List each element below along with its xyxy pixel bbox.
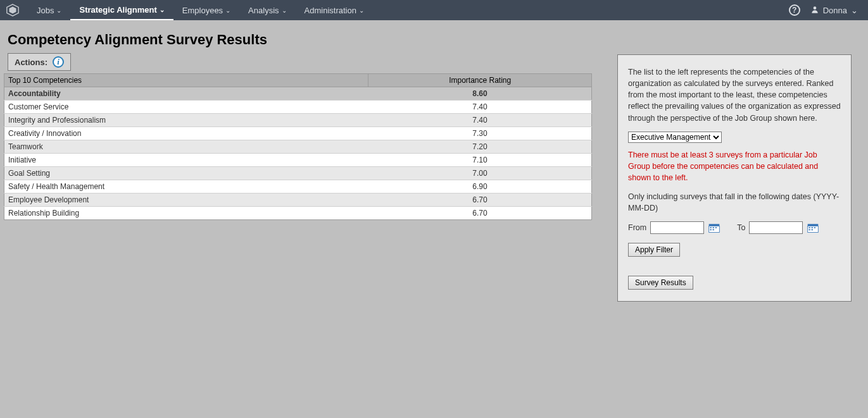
svg-rect-12: [809, 227, 811, 228]
competency-rating: 7.20: [368, 140, 592, 154]
chevron-down-icon: ⌄: [851, 6, 858, 15]
competency-name: Goal Setting: [4, 167, 368, 180]
competency-name: Customer Service: [4, 101, 368, 114]
competency-rating: 6.90: [368, 180, 592, 194]
table-row: Initiative7.10: [4, 154, 592, 167]
table-row: Integrity and Professionalism7.40: [4, 114, 592, 127]
nav-employees[interactable]: Employees ⌄: [173, 0, 239, 20]
svg-rect-7: [715, 227, 717, 228]
user-name: Donna: [823, 6, 847, 15]
nav-employees-label: Employees: [182, 6, 223, 15]
nav-analysis-label: Analysis: [248, 6, 279, 15]
table-row: Goal Setting7.00: [4, 167, 592, 180]
competency-rating: 6.70: [368, 207, 592, 220]
filter-panel: The list to the left represents the comp…: [617, 54, 852, 302]
svg-rect-10: [808, 224, 819, 226]
table-row: Employee Development6.70: [4, 194, 592, 207]
competency-name: Integrity and Professionalism: [4, 114, 368, 127]
competency-rating: 8.60: [368, 87, 592, 101]
chevron-down-icon: ⌄: [56, 7, 61, 14]
competency-rating: 7.10: [368, 154, 592, 167]
competency-rating: 6.70: [368, 194, 592, 207]
col-importance-rating: Importance Rating: [368, 74, 592, 87]
svg-rect-9: [713, 230, 715, 231]
nav-administration-label: Administration: [305, 6, 356, 15]
nav-strategic-alignment-label: Strategic Alignment: [79, 5, 156, 15]
competency-name: Employee Development: [4, 194, 368, 207]
chevron-down-icon: ⌄: [282, 7, 287, 14]
competency-name: Creativity / Innovation: [4, 127, 368, 140]
table-row: Creativity / Innovation7.30: [4, 127, 592, 140]
table-row: Teamwork7.20: [4, 140, 592, 154]
nav-strategic-alignment[interactable]: Strategic Alignment ⌄: [70, 0, 173, 20]
svg-rect-14: [814, 227, 816, 228]
svg-rect-15: [809, 230, 811, 231]
from-label: From: [628, 223, 646, 232]
svg-rect-3: [709, 224, 720, 226]
svg-rect-5: [710, 227, 712, 228]
top-navbar: Jobs ⌄ Strategic Alignment ⌄ Employees ⌄…: [0, 0, 868, 20]
competency-rating: 7.00: [368, 167, 592, 180]
calendar-icon[interactable]: [708, 221, 720, 234]
to-date-input[interactable]: [749, 221, 803, 234]
user-icon: [810, 5, 819, 16]
competency-rating: 7.40: [368, 101, 592, 114]
nav-analysis[interactable]: Analysis ⌄: [239, 0, 295, 20]
info-icon[interactable]: i: [53, 56, 64, 68]
competencies-table: Top 10 Competencies Importance Rating Ac…: [4, 73, 592, 220]
svg-rect-16: [812, 230, 814, 231]
competency-name: Relationship Building: [4, 207, 368, 220]
table-row: Accountability8.60: [4, 87, 592, 101]
table-row: Safety / Health Management6.90: [4, 180, 592, 194]
svg-marker-1: [9, 7, 16, 14]
chevron-down-icon: ⌄: [160, 6, 165, 13]
to-label: To: [737, 223, 745, 232]
nav-administration[interactable]: Administration ⌄: [296, 0, 373, 20]
page-title: Competency Alignment Survey Results: [8, 32, 592, 48]
table-row: Customer Service7.40: [4, 101, 592, 114]
chevron-down-icon: ⌄: [225, 7, 230, 14]
svg-rect-13: [812, 227, 814, 228]
from-date-input[interactable]: [650, 221, 704, 234]
apply-filter-button[interactable]: Apply Filter: [628, 243, 680, 257]
nav-jobs[interactable]: Jobs ⌄: [28, 0, 70, 20]
svg-rect-6: [713, 227, 715, 228]
date-intro: Only including surveys that fall in the …: [628, 191, 841, 214]
job-group-select[interactable]: Executive Management: [628, 132, 722, 143]
panel-warning: There must be at least 3 surveys from a …: [628, 149, 841, 183]
competency-name: Initiative: [4, 154, 368, 167]
svg-rect-8: [710, 230, 712, 231]
panel-description: The list to the left represents the comp…: [628, 66, 841, 124]
actions-button[interactable]: Actions: i: [8, 53, 71, 71]
competency-rating: 7.30: [368, 127, 592, 140]
user-menu[interactable]: Donna ⌄: [810, 5, 858, 16]
survey-results-button[interactable]: Survey Results: [628, 276, 693, 290]
help-icon[interactable]: ?: [789, 4, 800, 16]
competency-name: Teamwork: [4, 140, 368, 154]
calendar-icon[interactable]: [807, 221, 819, 234]
actions-label: Actions:: [15, 58, 47, 67]
competency-rating: 7.40: [368, 114, 592, 127]
competency-name: Safety / Health Management: [4, 180, 368, 194]
app-logo-icon: [5, 3, 20, 18]
table-row: Relationship Building6.70: [4, 207, 592, 220]
nav-jobs-label: Jobs: [37, 6, 54, 15]
svg-point-2: [813, 6, 816, 9]
competency-name: Accountability: [4, 87, 368, 101]
col-competencies: Top 10 Competencies: [4, 74, 368, 87]
chevron-down-icon: ⌄: [359, 7, 364, 14]
